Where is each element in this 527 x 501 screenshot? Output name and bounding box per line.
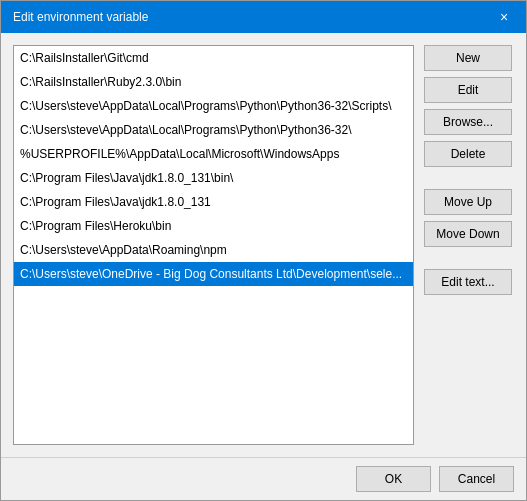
ok-button[interactable]: OK [356, 466, 431, 492]
list-item[interactable]: %USERPROFILE%\AppData\Local\Microsoft\Wi… [14, 142, 413, 166]
move-down-button[interactable]: Move Down [424, 221, 512, 247]
list-item[interactable]: C:\Users\steve\AppData\Local\Programs\Py… [14, 118, 413, 142]
new-button[interactable]: New [424, 45, 512, 71]
close-button[interactable]: × [494, 7, 514, 27]
dialog-title: Edit environment variable [13, 10, 148, 24]
button-spacer [424, 173, 514, 183]
list-item[interactable]: C:\RailsInstaller\Git\cmd [14, 46, 413, 70]
edit-text-button[interactable]: Edit text... [424, 269, 512, 295]
browse-button[interactable]: Browse... [424, 109, 512, 135]
move-up-button[interactable]: Move Up [424, 189, 512, 215]
button-spacer-2 [424, 253, 514, 263]
delete-button[interactable]: Delete [424, 141, 512, 167]
list-item[interactable]: C:\RailsInstaller\Ruby2.3.0\bin [14, 70, 413, 94]
dialog-body: C:\RailsInstaller\Git\cmdC:\RailsInstall… [1, 33, 526, 457]
list-item[interactable]: C:\Program Files\Java\jdk1.8.0_131\bin\ [14, 166, 413, 190]
list-item[interactable]: C:\Program Files\Heroku\bin [14, 214, 413, 238]
list-item[interactable]: C:\Users\steve\OneDrive - Big Dog Consul… [14, 262, 413, 286]
list-item[interactable]: C:\Users\steve\AppData\Local\Programs\Py… [14, 94, 413, 118]
env-variable-list[interactable]: C:\RailsInstaller\Git\cmdC:\RailsInstall… [13, 45, 414, 445]
cancel-button[interactable]: Cancel [439, 466, 514, 492]
title-bar: Edit environment variable × [1, 1, 526, 33]
action-buttons: New Edit Browse... Delete Move Up Move D… [424, 45, 514, 445]
edit-env-variable-dialog: Edit environment variable × C:\RailsInst… [0, 0, 527, 501]
edit-button[interactable]: Edit [424, 77, 512, 103]
list-item[interactable]: C:\Users\steve\AppData\Roaming\npm [14, 238, 413, 262]
dialog-footer: OK Cancel [1, 457, 526, 500]
list-item[interactable]: C:\Program Files\Java\jdk1.8.0_131 [14, 190, 413, 214]
